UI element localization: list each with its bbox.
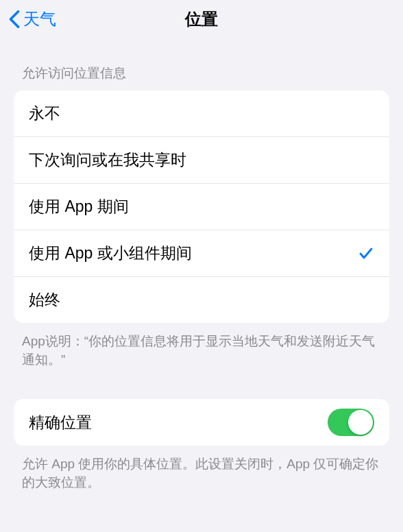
option-ask-next-time[interactable]: 下次询问或在我共享时 — [14, 136, 389, 183]
option-while-using-app-or-widget[interactable]: 使用 App 或小组件期间 — [14, 230, 389, 276]
precise-location-group: 精确位置 — [14, 399, 389, 446]
toggle-knob — [348, 410, 373, 435]
page-title: 位置 — [185, 8, 218, 30]
option-never[interactable]: 永不 — [14, 90, 389, 136]
precise-location-toggle[interactable] — [328, 409, 374, 436]
precise-location-row: 精确位置 — [14, 399, 389, 446]
precise-location-label: 精确位置 — [29, 412, 92, 433]
section-footer-app-description: App说明：“你的位置信息将用于显示当地天气和发送附近天气通知。” — [0, 323, 403, 369]
section-footer-precise-location: 允许 App 使用你的具体位置。此设置关闭时，App 仅可确定你的大致位置。 — [0, 446, 403, 492]
checkmark-icon — [358, 245, 374, 262]
option-label: 使用 App 或小组件期间 — [29, 243, 358, 264]
option-label: 始终 — [29, 289, 374, 311]
spacer — [0, 369, 403, 399]
option-label: 下次询问或在我共享时 — [29, 149, 374, 171]
option-while-using-app[interactable]: 使用 App 期间 — [14, 183, 389, 230]
option-label: 永不 — [29, 103, 374, 124]
back-button[interactable]: 天气 — [5, 5, 59, 33]
back-label: 天气 — [23, 8, 56, 30]
location-access-list: 永不 下次询问或在我共享时 使用 App 期间 使用 App 或小组件期间 始终 — [14, 90, 389, 323]
option-always[interactable]: 始终 — [14, 276, 389, 323]
navigation-bar: 天气 位置 — [0, 0, 403, 38]
chevron-left-icon — [8, 10, 21, 29]
option-label: 使用 App 期间 — [29, 196, 374, 217]
section-header-location-access: 允许访问位置信息 — [0, 38, 403, 90]
